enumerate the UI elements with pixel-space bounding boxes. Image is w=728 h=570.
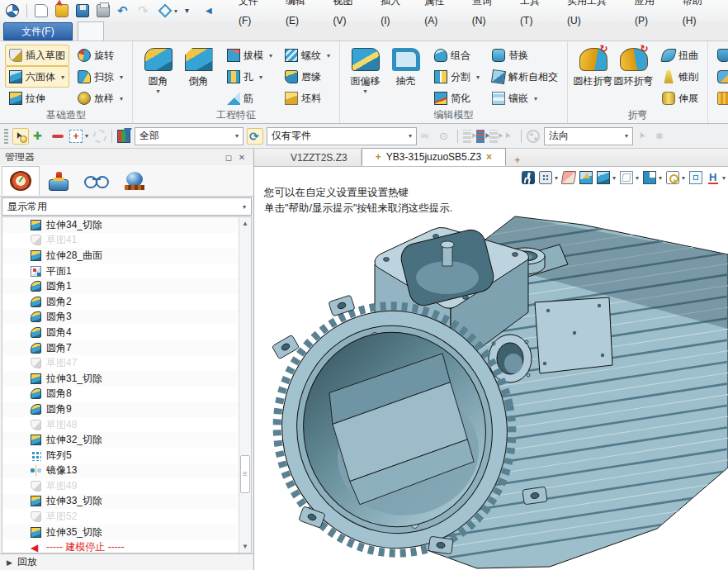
remove-from-selection-button[interactable]	[50, 128, 65, 145]
manager-tab-history[interactable]	[2, 166, 40, 196]
tree-item[interactable]: 草图47	[2, 355, 238, 371]
offset-point-button[interactable]	[420, 128, 435, 145]
open-file-button[interactable]	[54, 2, 69, 19]
zoom-button[interactable]	[665, 169, 686, 186]
tree-item[interactable]: 拉伸33_切除	[2, 494, 238, 510]
tree-item[interactable]: 圆角1	[2, 278, 238, 294]
tab-surface[interactable]	[104, 21, 129, 40]
tab-data-exchange[interactable]	[253, 21, 277, 40]
shaded-display-button[interactable]	[596, 169, 617, 186]
pick-last-button[interactable]	[489, 128, 499, 145]
sweep-button[interactable]: 扫掠	[73, 66, 127, 88]
scroll-thumb[interactable]	[240, 455, 250, 493]
tree-item[interactable]: 拉伸32_切除	[2, 432, 238, 448]
tree-item[interactable]: 拉伸28_曲面	[2, 248, 238, 264]
loft-button[interactable]: 放样	[73, 88, 127, 109]
manager-tab-assembly[interactable]	[40, 166, 78, 196]
view-navigation-button[interactable]	[158, 2, 178, 19]
datum-display-button[interactable]	[579, 169, 593, 186]
pick-from-list-button[interactable]	[462, 128, 472, 145]
fit-window-button[interactable]	[688, 169, 703, 186]
document-tab-active[interactable]: + YB3-315juzuoSB5.Z3 ×	[362, 148, 506, 166]
on-point-button[interactable]	[438, 128, 453, 145]
insert-sketch-button[interactable]: 插入草图	[5, 45, 69, 66]
separator[interactable]	[520, 128, 522, 145]
tree-item[interactable]: 圆角9	[2, 401, 238, 417]
thread-button[interactable]: 螺纹	[281, 45, 334, 66]
stock-button[interactable]: 坯料	[281, 88, 334, 109]
measure-button[interactable]	[706, 169, 726, 186]
pick-settings-button[interactable]	[655, 128, 669, 145]
toolbar-grip[interactable]	[3, 128, 9, 145]
tree-item[interactable]: 拉伸31_切除	[2, 371, 238, 387]
reorient-button[interactable]	[526, 128, 541, 145]
orientation-combo[interactable]: 法向▾	[544, 127, 633, 145]
tab-mold[interactable]	[376, 21, 401, 40]
tab-pointcloud[interactable]	[228, 21, 253, 40]
tree-item[interactable]: 草图49	[2, 478, 238, 494]
add-to-selection-button[interactable]	[32, 128, 47, 145]
new-file-button[interactable]	[34, 2, 49, 19]
view-orientation-button[interactable]	[642, 169, 663, 186]
tree-item[interactable]: 圆角4	[2, 325, 238, 340]
menu-item[interactable]: 查询(N)	[465, 0, 513, 31]
chamfer-button[interactable]: 倒角	[178, 45, 219, 109]
revolve-button[interactable]: 旋转	[73, 45, 127, 66]
tab-direct-edit[interactable]	[277, 21, 302, 40]
wrap-2-button[interactable]: 缠绕	[713, 88, 728, 109]
divide-button[interactable]: 分割	[430, 66, 484, 88]
combine-button[interactable]: 组合	[430, 45, 484, 66]
tree-item[interactable]: 拉伸34_切除	[2, 217, 238, 233]
tree-item[interactable]: 草图41	[2, 233, 238, 249]
file-menu-tab[interactable]: 文件(F)	[3, 22, 73, 40]
cylinder-bend-button[interactable]: 圆柱折弯	[573, 45, 613, 109]
color-filter-button[interactable]	[116, 128, 131, 145]
tree-item[interactable]: 圆角2	[2, 294, 238, 310]
selection-filter-combo[interactable]: 全部▾	[135, 127, 243, 145]
tree-item[interactable]: 草图52	[2, 509, 238, 525]
tree-item[interactable]: 拉伸35_切除	[2, 525, 238, 540]
lasso-pick-button[interactable]	[92, 128, 107, 145]
draft-button[interactable]: 拔模	[223, 45, 277, 66]
resolve-self-intersection-button[interactable]: 解析自相交	[488, 66, 562, 88]
new-tab-button[interactable]: +	[506, 154, 528, 166]
tab-assembly[interactable]	[178, 21, 203, 40]
tree-scrollbar[interactable]: ▲ ▼	[239, 217, 251, 553]
erase-button[interactable]	[561, 169, 576, 186]
viewport[interactable]: 您可以在自定义设置里设置热键 单击"帮助/显示提示"按钮来取消这些提示.	[254, 167, 728, 570]
rib-button[interactable]: 筋	[223, 88, 277, 109]
collapse-menu-button[interactable]	[205, 2, 220, 19]
extrude-button[interactable]: 拉伸	[5, 88, 69, 109]
close-tab-icon[interactable]: ×	[486, 149, 492, 165]
shell-button[interactable]: 抽壳	[385, 45, 426, 109]
selection-scope-combo[interactable]: 仅有零件▾	[267, 127, 417, 145]
customize-quick-access-button[interactable]	[184, 2, 199, 19]
cursor-pick-button[interactable]	[502, 128, 517, 145]
separator[interactable]	[111, 128, 113, 145]
menu-item[interactable]: 工具(T)	[513, 0, 560, 31]
menu-item[interactable]: 实用工具(U)	[560, 0, 627, 31]
close-panel-icon[interactable]: ✕	[235, 153, 248, 162]
separator[interactable]	[26, 2, 28, 19]
tab-inquire[interactable]	[352, 21, 376, 40]
face-offset-button[interactable]: 面偏移	[345, 45, 385, 109]
manager-tab-render[interactable]	[116, 166, 154, 196]
menu-item[interactable]: 应用(P)	[627, 0, 675, 31]
app-logo[interactable]	[5, 2, 20, 19]
tab-visual-style[interactable]	[327, 21, 352, 40]
scroll-up-icon[interactable]: ▲	[239, 217, 251, 230]
tree-item[interactable]: 平面1	[2, 264, 238, 279]
scroll-down-icon[interactable]: ▼	[239, 540, 251, 553]
tree-filter-dropdown[interactable]: 显示常用▾	[2, 197, 252, 216]
cursor-options-button[interactable]	[636, 128, 651, 145]
menu-item[interactable]: 帮助(H)	[675, 0, 723, 31]
document-tab[interactable]: V1ZZT2S.Z3	[277, 150, 362, 166]
refresh-filter-button[interactable]	[247, 128, 263, 145]
tab-repair[interactable]	[154, 21, 178, 40]
torus-bend-button[interactable]: 圆环折弯	[613, 45, 654, 109]
tree-item[interactable]: 镜像13	[2, 463, 238, 479]
keyboard-shortcuts-button[interactable]	[538, 169, 559, 186]
walkthrough-button[interactable]	[521, 169, 536, 186]
tree-item[interactable]: 圆角3	[2, 310, 238, 325]
redo-button[interactable]	[137, 2, 152, 19]
